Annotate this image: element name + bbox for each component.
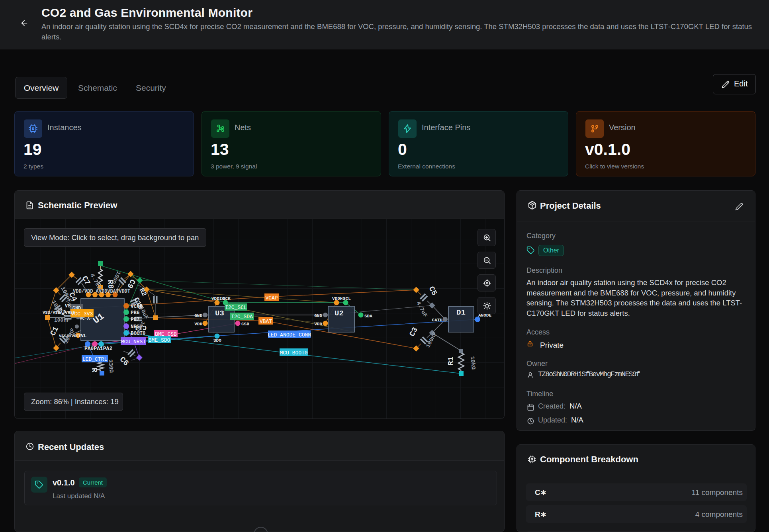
svg-text:BME_SDO: BME_SDO (149, 337, 170, 343)
svg-text:C6: C6 (118, 355, 131, 368)
svg-text:SCL: SCL (343, 296, 351, 301)
svg-text:CSB: CSB (241, 322, 249, 327)
svg-text:VDD/VDD AVDDVBATVDDT: VDD/VDD AVDDVBATVDDT (73, 289, 130, 294)
svg-text:VDD: VDD (314, 322, 322, 327)
svg-text:U2: U2 (335, 309, 344, 318)
svg-text:I2C_SCL: I2C_SCL (225, 305, 247, 311)
svg-text:SCK: SCK (223, 296, 231, 301)
svg-text:GND: GND (194, 313, 202, 318)
svg-text:VDD: VDD (194, 322, 202, 327)
svg-text:I2C_SDA: I2C_SDA (231, 314, 253, 320)
svg-text:SDA: SDA (364, 314, 372, 319)
svg-text:R: R (90, 368, 99, 373)
svg-text:MCU_BOOT0: MCU_BOOT0 (280, 350, 307, 356)
svg-text:CATH: CATH (432, 318, 442, 323)
svg-text:U3: U3 (215, 309, 224, 318)
svg-text:LED_CTRL: LED_CTRL (82, 356, 107, 362)
svg-text:GND: GND (314, 313, 322, 318)
svg-text:VCAP: VCAP (265, 295, 278, 301)
svg-text:PB7: PB7 (131, 317, 140, 323)
svg-text:VS: VS (65, 303, 70, 309)
svg-text:D1: D1 (456, 308, 466, 317)
svg-text:PA0PA1PA2: PA0PA1PA2 (84, 346, 112, 352)
svg-text:VBAT: VBAT (260, 319, 272, 325)
svg-text:R1: R1 (446, 356, 455, 366)
svg-text:PB6: PB6 (131, 310, 140, 316)
svg-text:SDO: SDO (213, 338, 221, 343)
svg-text:C3: C3 (408, 326, 420, 338)
svg-text:MCU_NRST: MCU_NRST (121, 339, 146, 345)
svg-text:10kΩ: 10kΩ (469, 356, 477, 370)
svg-text:C5: C5 (427, 285, 439, 297)
svg-text:VL: VL (81, 333, 86, 339)
svg-text:100nF: 100nF (425, 331, 438, 349)
svg-text:100nF: 100nF (54, 317, 70, 323)
svg-text:4.7uF: 4.7uF (415, 300, 429, 318)
svg-text:VDDH: VDDH (332, 296, 342, 301)
svg-text:330Ω: 330Ω (107, 359, 115, 373)
svg-text:VC-A-: VC-A- (80, 316, 92, 321)
svg-text:LED_ANODE_CONN: LED_ANODE_CONN (268, 332, 311, 338)
